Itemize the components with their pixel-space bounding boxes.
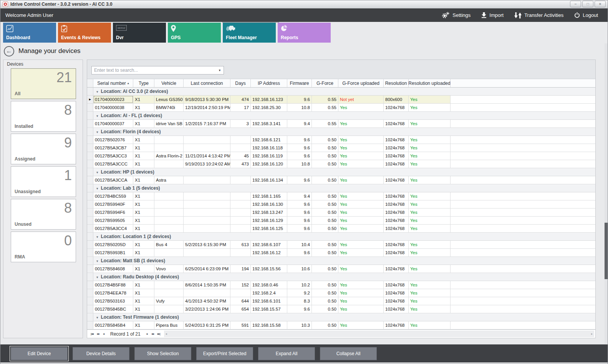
column-header-resolution-uploaded[interactable]: Resolution uploaded (409, 79, 451, 87)
table-row[interactable]: 00127B5993B1X1192.168.16.129.60.50Yes102… (87, 249, 595, 257)
pager-last-button[interactable]: ▸▸| (156, 332, 162, 336)
cell-gforce: 0.50 (312, 249, 338, 256)
pager-prev-button[interactable]: ◂ (101, 332, 106, 336)
cell-vehicle (154, 281, 184, 289)
column-header-g-force-uploaded[interactable]: G-Force uploaded (338, 79, 384, 87)
device-details-button[interactable]: Device Details (73, 347, 129, 360)
search-dropdown-button[interactable]: ▾ (216, 68, 224, 72)
pager-first-button[interactable]: |◂◂ (89, 332, 95, 336)
column-header-resolution[interactable]: Resolution (384, 79, 409, 87)
column-header-firmware[interactable]: Firmware (287, 79, 312, 87)
table-row[interactable]: 00127B5A3CC3X1Astra Florin-211/21/2014 4… (87, 152, 595, 160)
table-row[interactable]: 00127B5994F6X1192.168.13.2479.60.50Yes10… (87, 208, 595, 217)
cell-days: 3 (230, 120, 251, 127)
table-row[interactable]: 00127B5A3CCCX19/19/2013 10:24:02 AM47319… (87, 160, 595, 168)
table-row[interactable]: 00127B5A3CCAX1Astra192.168.16.1349.60.50… (87, 176, 595, 184)
group-row[interactable]: ▾Location: Florin (4 devices) (87, 128, 595, 136)
cell-firmware: 10.3 (287, 321, 312, 329)
column-header-days[interactable]: Days (230, 79, 251, 87)
collapse-group-icon[interactable]: ▾ (96, 316, 98, 319)
cell-resolution_uploaded: Yes (409, 152, 451, 160)
group-row[interactable]: ▾Location: Matt SB (1 devices) (87, 257, 595, 265)
table-row[interactable]: 00127B50205DX1Bus 45/2/2013 6:15:30 PM61… (87, 241, 595, 249)
tab-dashboard[interactable]: Dashboard (3, 23, 56, 43)
collapse-group-icon[interactable]: ▾ (96, 130, 98, 134)
collapse-group-icon[interactable]: ▾ (96, 235, 98, 239)
cell-ip: 192.168.16.12 (251, 249, 287, 256)
table-row[interactable]: 00127B503163X1Vufy4/1/2013 4:50:32 PM644… (87, 297, 595, 305)
column-header-ip-address[interactable]: IP Address (251, 79, 287, 87)
table-row[interactable]: 00127B599505X1192.168.16.1299.60.50Yes10… (87, 217, 595, 225)
pager-next-button[interactable]: ▸ (144, 332, 150, 336)
horizontal-scrollbar[interactable]: ◂▸ (164, 331, 594, 337)
device-filter-card-unused[interactable]: 8Unused (11, 199, 76, 230)
settings-button[interactable]: Settings (442, 12, 470, 18)
table-row[interactable]: 00127B5A3CB7X1192.168.16.1189.60.50Yes10… (87, 144, 595, 152)
group-row[interactable]: ▾Location: Lab 1 (5 devices) (87, 184, 595, 192)
table-row[interactable]: ▶017040000023X1Lexus GS3509/18/2013 5:30… (87, 96, 595, 104)
maximize-button[interactable]: □ (582, 1, 593, 7)
tab-gps[interactable]: GPS (168, 23, 221, 43)
search-input[interactable] (92, 66, 216, 74)
group-row[interactable]: ▾Location: Al - FL (1 devices) (87, 112, 595, 120)
column-header-vehicle[interactable]: Vehicle (154, 79, 184, 87)
table-row[interactable]: 00127B59940FX1192.168.16.1309.60.50Yes10… (87, 200, 595, 208)
column-header-serial-number[interactable]: Serial number▴ (93, 79, 133, 87)
collapse-group-icon[interactable]: ▾ (96, 170, 98, 174)
collapse-group-icon[interactable]: ▾ (96, 90, 98, 94)
collapse-group-icon[interactable]: ▾ (96, 275, 98, 279)
column-header-type[interactable]: Type (133, 79, 154, 87)
table-row[interactable]: 017040000037X1idrive Van SB1/2/2015 7:16… (87, 120, 595, 128)
tab-fleet-manager[interactable]: Fleet Manager (223, 23, 276, 43)
vertical-scrollbar-track[interactable] (605, 43, 608, 344)
logout-button[interactable]: Logout (574, 12, 598, 18)
scroll-right-icon[interactable]: ▸ (591, 332, 593, 336)
table-row[interactable]: 00127B5845BCX13/22/2013 1:24:06 PM654192… (87, 305, 595, 313)
selected-row-marker-icon: ▶ (87, 96, 93, 103)
tab-events-reviews[interactable]: Events & Reviews (58, 23, 111, 43)
cell-resolution: 1024x768 (384, 136, 409, 144)
group-row[interactable]: ▾Location: Location 1 (2 devices) (87, 233, 595, 241)
table-row[interactable]: 00127B4B5F88X18/6/2014 1:50:35 PM152192.… (87, 281, 595, 289)
close-button[interactable]: × (595, 1, 606, 7)
group-row[interactable]: ▾Location: Al CC 3.0 (2 devices) (87, 88, 595, 96)
group-row[interactable]: ▾Location: Test Firmware (1 devices) (87, 313, 595, 321)
back-button[interactable]: ← (4, 46, 14, 56)
group-row[interactable]: ▾Location: HP (1 devices) (87, 168, 595, 176)
table-row[interactable]: 00127B5845B4X1Pipera Bus5/24/2013 6:31:2… (87, 321, 595, 329)
collapse-all-button[interactable]: Collapse All (320, 347, 377, 360)
search-strip: ▾ (87, 60, 595, 79)
vertical-scrollbar-thumb[interactable] (605, 223, 608, 279)
table-row[interactable]: 00127B584608X1Vovo6/25/2014 6:23:09 PM19… (87, 265, 595, 273)
group-row[interactable]: ▾Location: Radu Desktop (4 devices) (87, 273, 595, 281)
table-row[interactable]: 017040000038X1BMW740i12/19/2014 2:50:19 … (87, 104, 595, 112)
collapse-group-icon[interactable]: ▾ (96, 259, 98, 263)
table-row[interactable]: 00127B4BC559X1192.168.1.1659.40.50Yes102… (87, 192, 595, 200)
edit-device-button[interactable]: Edit Device (11, 347, 68, 360)
device-filter-card-assigned[interactable]: 9Assigned (11, 134, 76, 164)
device-filter-card-unassigned[interactable]: 1Unassigned (11, 166, 76, 197)
device-filter-card-all[interactable]: 21All (11, 68, 76, 99)
tab-reports[interactable]: Reports (278, 23, 331, 43)
collapse-group-icon[interactable]: ▾ (96, 114, 98, 118)
cell-gforce_uploaded: Yes (338, 297, 384, 305)
table-row[interactable]: 00127B5A3CC4X1192.168.16.1259.60.50Yes10… (87, 225, 595, 233)
table-row[interactable]: 00127B502076X1192.168.6.1219.60.50Yes102… (87, 136, 595, 144)
column-header-last-connection[interactable]: Last connection (184, 79, 230, 87)
table-row[interactable]: 00127B4EEA78X1192.168.2.49.20.50Yes1024x… (87, 289, 595, 297)
export-print-selected-button[interactable]: Export/Print Selected (196, 347, 253, 360)
collapse-group-icon[interactable]: ▾ (96, 187, 98, 190)
pager-prev-page-button[interactable]: ◂◂ (95, 332, 101, 336)
column-header-g-force[interactable]: G-Force (312, 79, 338, 87)
device-filter-card-rma[interactable]: 0RMA (11, 232, 76, 262)
scroll-left-icon[interactable]: ◂ (166, 332, 167, 336)
import-button[interactable]: Import (481, 12, 504, 18)
cell-vehicle: Pipera Bus (154, 321, 184, 329)
pager-next-page-button[interactable]: ▸▸ (150, 332, 156, 336)
transfer-activities-button[interactable]: Transfer Activities (514, 12, 563, 18)
expand-all-button[interactable]: Expand All (258, 347, 315, 360)
show-selection-button[interactable]: Show Selection (134, 347, 191, 360)
device-filter-card-installed[interactable]: 8Installed (11, 101, 76, 132)
tab-dvr[interactable]: MERGEDvr (113, 23, 166, 43)
minimize-button[interactable]: – (570, 1, 581, 7)
